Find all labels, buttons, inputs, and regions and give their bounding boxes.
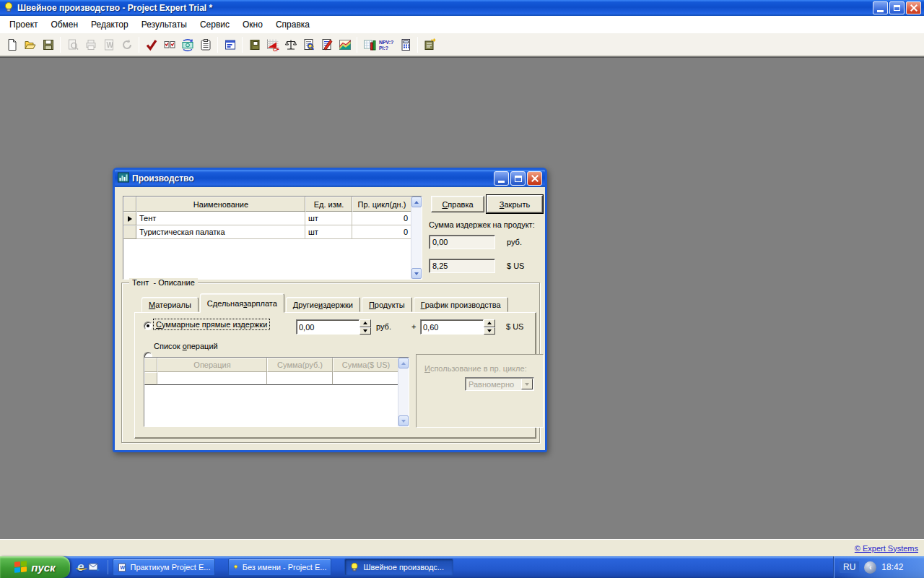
quick-launch: e: [70, 560, 113, 574]
tab-strip: Материалы Сдельная зарплата Другие издер…: [141, 293, 510, 312]
dialog-maximize-button[interactable]: [510, 171, 526, 186]
dialog-minimize-button[interactable]: [494, 171, 509, 186]
expert-systems-link[interactable]: © Expert Systems: [855, 544, 918, 553]
outlook-express-icon[interactable]: [88, 561, 100, 574]
save-icon[interactable]: [39, 35, 57, 53]
tab-production-schedule[interactable]: График производства: [414, 297, 508, 312]
plus-sign: +: [411, 322, 416, 331]
checklist-icon[interactable]: [160, 35, 178, 53]
operations-table-scrollbar: [398, 358, 409, 426]
cell-operation: [157, 372, 267, 385]
tab-materials[interactable]: Материалы: [141, 297, 199, 312]
menu-item-help[interactable]: Справка: [269, 17, 316, 32]
toolbar-separator: [357, 37, 357, 53]
tab-products[interactable]: Продукты: [362, 297, 412, 312]
usage-label: Использование в пр. цикле:: [424, 364, 527, 373]
current-row-marker-icon: [128, 216, 132, 222]
cash-flow-icon[interactable]: CF: [263, 35, 282, 53]
cost-usd-unit: $ US: [507, 262, 524, 270]
direct-rub-input[interactable]: [296, 319, 359, 335]
direct-usd-input[interactable]: [420, 319, 484, 335]
products-table-scrollbar[interactable]: [411, 197, 422, 279]
table-row[interactable]: Тент шт 0: [123, 212, 422, 225]
spin-down-icon[interactable]: [359, 327, 371, 335]
scales-icon[interactable]: [282, 35, 300, 53]
column-header-sum-usd: Сумма($ US): [333, 358, 399, 372]
money-exchange-icon[interactable]: [178, 35, 196, 53]
internet-explorer-icon[interactable]: e: [77, 560, 84, 574]
scroll-down-icon[interactable]: [411, 268, 422, 279]
tab-other-costs[interactable]: Другие издержки: [286, 297, 360, 312]
dialog-close-button[interactable]: [527, 171, 542, 186]
spin-up-icon[interactable]: [359, 319, 371, 327]
operations-table: Операция Сумма(руб.) Сумма($ US): [144, 357, 409, 427]
table-row: [144, 372, 409, 385]
menu-item-results[interactable]: Результаты: [135, 17, 193, 32]
usage-value: Равномерно: [468, 380, 514, 389]
total-direct-costs-radio[interactable]: [144, 322, 152, 330]
help-button[interactable]: Справка: [431, 196, 484, 212]
restore-icon: [894, 5, 900, 11]
dialog-titlebar[interactable]: Производство: [115, 170, 545, 187]
minimize-button[interactable]: [873, 1, 888, 14]
notes-icon[interactable]: [196, 35, 214, 53]
spin-up-icon[interactable]: [484, 319, 495, 327]
system-tray: RU ‹ 18:42: [833, 556, 924, 578]
open-project-icon[interactable]: [21, 35, 39, 53]
cost-per-product-label: Сумма издержек на продукт:: [429, 220, 535, 229]
analysis-document-icon[interactable]: [300, 35, 318, 53]
validate-check-icon[interactable]: [142, 35, 160, 53]
spin-down-icon[interactable]: [484, 327, 495, 335]
reports-icon[interactable]: [421, 35, 439, 53]
profitability-chart-icon[interactable]: [336, 35, 354, 53]
column-header-cycle[interactable]: Пр. цикл(дн.): [352, 197, 411, 212]
start-button[interactable]: пуск: [0, 556, 70, 578]
table-row[interactable]: Туристическая палатка шт 0: [123, 225, 422, 239]
column-header-unit[interactable]: Ед. изм.: [305, 197, 352, 212]
language-indicator[interactable]: RU: [840, 561, 859, 573]
project-dialogs-icon[interactable]: [221, 35, 239, 53]
taskbar-task-untitled[interactable]: Без имени - Project E...: [228, 558, 331, 576]
menu-item-service[interactable]: Сервис: [193, 17, 236, 32]
taskbar-task-practicum[interactable]: W Практикум Project E...: [113, 558, 215, 576]
cell-product-cycle[interactable]: 0: [352, 212, 411, 225]
maximize-icon: [515, 176, 522, 182]
close-button[interactable]: [906, 1, 921, 14]
task-label: Швейное производс...: [363, 563, 444, 571]
edit-document-icon[interactable]: [318, 35, 336, 53]
npv-indicators-icon[interactable]: NPV:?PI:?: [378, 35, 396, 53]
tray-clock-icon[interactable]: ‹: [864, 561, 876, 574]
production-dialog: Производство Наименование Ед. изм. Пр. ц…: [113, 168, 547, 452]
cell-product-name[interactable]: Тент: [136, 212, 305, 225]
taskbar: пуск e W Практикум Project E... Без имен…: [0, 556, 924, 578]
detail-tables-icon[interactable]: [360, 35, 378, 53]
total-direct-costs-label[interactable]: Суммарные прямые издержки: [154, 319, 269, 329]
calculator-icon[interactable]: [396, 35, 414, 53]
dialog-chart-icon: [118, 172, 129, 185]
cell-product-name[interactable]: Туристическая палатка: [136, 225, 305, 239]
cell-product-cycle[interactable]: 0: [352, 225, 411, 239]
menu-item-exchange[interactable]: Обмен: [45, 17, 85, 32]
cell-product-unit[interactable]: шт: [305, 225, 352, 239]
restore-button[interactable]: [889, 1, 905, 14]
menu-item-project[interactable]: Проект: [3, 17, 45, 32]
scroll-up-icon[interactable]: [411, 197, 422, 207]
new-document-icon[interactable]: [3, 35, 21, 53]
column-header-name[interactable]: Наименование: [136, 197, 305, 212]
taskbar-task-sewing[interactable]: Швейное производс...: [344, 558, 453, 576]
products-table: Наименование Ед. изм. Пр. цикл(дн.) Тент…: [123, 196, 422, 280]
company-book-icon[interactable]: [245, 35, 263, 53]
svg-text:NPV:?: NPV:?: [379, 40, 393, 45]
menu-item-editor[interactable]: Редактор: [84, 17, 135, 32]
operations-list-label[interactable]: Список операций: [154, 342, 218, 350]
close-dialog-button[interactable]: Закрыть: [486, 194, 544, 214]
cell-product-unit[interactable]: шт: [305, 212, 352, 225]
close-icon: [531, 175, 539, 182]
corner-cell: [123, 197, 136, 212]
direct-usd-spinner[interactable]: [484, 319, 495, 335]
direct-rub-spinner[interactable]: [359, 319, 371, 335]
tab-piece-wage[interactable]: Сдельная зарплата: [200, 293, 284, 313]
toolbar-separator: [60, 37, 61, 53]
piece-wage-tab-page: Суммарные прямые издержки руб. + $ US Сп…: [134, 312, 536, 439]
menu-item-window[interactable]: Окно: [236, 17, 269, 32]
